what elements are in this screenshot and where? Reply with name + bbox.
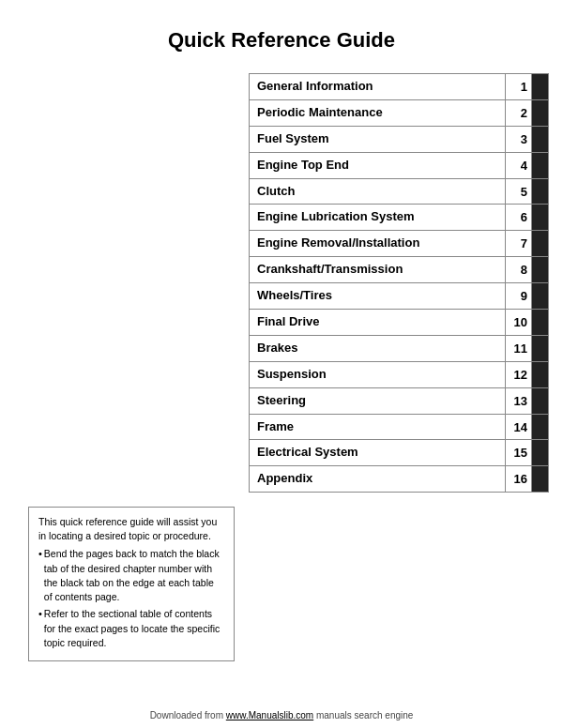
toc-item-tab (531, 336, 548, 361)
footer: Downloaded from www.Manualslib.com manua… (0, 710, 563, 720)
toc-item-number: 15 (505, 440, 531, 465)
toc-item-tab (531, 127, 548, 152)
toc-row: Engine Removal/Installation7 (249, 230, 549, 256)
toc-item-label: Crankshaft/Transmission (250, 257, 505, 282)
toc-row: General Information1 (249, 73, 549, 99)
toc-item-label: Periodic Maintenance (250, 100, 505, 126)
toc-container: General Information1Periodic Maintenance… (249, 73, 549, 493)
toc-item-tab (531, 310, 548, 335)
toc-item-label: Final Drive (250, 310, 505, 335)
toc-item-label: Engine Lubrication System (250, 205, 505, 230)
toc-item-label: Appendix (250, 466, 505, 492)
info-bullet: •Refer to the sectional table of content… (38, 607, 224, 650)
toc-item-label: Suspension (250, 362, 505, 387)
footer-suffix: manuals search engine (313, 710, 413, 720)
toc-item-number: 9 (505, 283, 531, 309)
toc-item-tab (531, 440, 548, 465)
toc-row: Appendix16 (249, 465, 549, 493)
toc-item-number: 3 (505, 127, 531, 152)
toc-item-label: Engine Top End (250, 153, 505, 178)
toc-item-number: 16 (505, 466, 531, 492)
toc-row: Brakes11 (249, 335, 549, 361)
toc-item-number: 4 (505, 153, 531, 178)
toc-row: Steering13 (249, 387, 549, 414)
toc-item-tab (531, 100, 548, 126)
toc-item-label: Clutch (250, 179, 505, 205)
toc-item-number: 13 (505, 388, 531, 414)
toc-row: Suspension12 (249, 361, 549, 387)
toc-item-tab (531, 231, 548, 256)
toc-row: Periodic Maintenance2 (249, 99, 549, 126)
toc-item-number: 2 (505, 100, 531, 126)
toc-row: Frame14 (249, 414, 549, 440)
toc-item-label: Brakes (250, 336, 505, 361)
toc-item-label: Wheels/Tires (250, 283, 505, 309)
toc-item-tab (531, 205, 548, 230)
toc-row: Clutch5 (249, 178, 549, 205)
toc-item-tab (531, 415, 548, 440)
toc-item-tab (531, 74, 548, 99)
toc-item-number: 8 (505, 257, 531, 282)
footer-prefix: Downloaded from (150, 710, 226, 720)
toc-item-tab (531, 179, 548, 205)
info-box: This quick reference guide will assist y… (28, 507, 235, 661)
info-intro: This quick reference guide will assist y… (38, 515, 224, 543)
bullet-icon: • (38, 607, 42, 622)
toc-item-label: General Information (250, 74, 505, 99)
toc-row: Fuel System3 (249, 126, 549, 152)
toc-item-number: 10 (505, 310, 531, 335)
toc-item-number: 11 (505, 336, 531, 361)
toc-item-number: 6 (505, 205, 531, 230)
toc-item-tab (531, 388, 548, 414)
toc-item-label: Electrical System (250, 440, 505, 465)
bullet-text: Refer to the sectional table of contents… (44, 607, 224, 650)
toc-item-label: Steering (250, 388, 505, 414)
page: Quick Reference Guide General Informatio… (0, 0, 563, 728)
toc-item-tab (531, 466, 548, 492)
toc-item-tab (531, 257, 548, 282)
toc-item-label: Fuel System (250, 127, 505, 152)
toc-item-number: 1 (505, 74, 531, 99)
toc-item-number: 7 (505, 231, 531, 256)
toc-row: Electrical System15 (249, 439, 549, 465)
toc-row: Final Drive10 (249, 309, 549, 335)
info-bullet: •Bend the pages back to match the black … (38, 547, 224, 604)
bullet-text: Bend the pages back to match the black t… (44, 547, 224, 604)
toc-item-number: 14 (505, 415, 531, 440)
toc-row: Engine Lubrication System6 (249, 204, 549, 230)
toc-item-number: 12 (505, 362, 531, 387)
toc-row: Engine Top End4 (249, 152, 549, 178)
toc-item-tab (531, 283, 548, 309)
toc-row: Wheels/Tires9 (249, 282, 549, 309)
toc-item-label: Engine Removal/Installation (250, 231, 505, 256)
toc-item-label: Frame (250, 415, 505, 440)
toc-item-number: 5 (505, 179, 531, 205)
bullet-icon: • (38, 547, 42, 562)
toc-item-tab (531, 362, 548, 387)
toc-item-tab (531, 153, 548, 178)
page-title: Quick Reference Guide (0, 19, 563, 53)
footer-link[interactable]: www.Manualslib.com (226, 710, 313, 720)
toc-row: Crankshaft/Transmission8 (249, 256, 549, 282)
